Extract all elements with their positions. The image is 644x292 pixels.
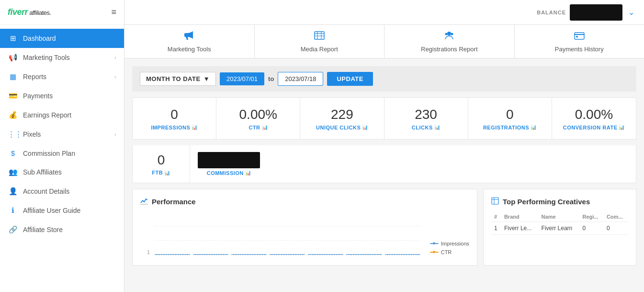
cell-num: 1 xyxy=(491,222,501,234)
svg-point-5 xyxy=(447,32,451,35)
balance-section: BALANCE ⌄ xyxy=(537,4,634,21)
date-filter-bar: MONTH TO DATE ▼ 2023/07/01 to 2023/07/18… xyxy=(132,66,636,92)
tab-label: Payments History xyxy=(555,46,604,53)
svg-rect-12 xyxy=(492,198,498,204)
main-content: BALANCE ⌄ Marketing Tools xyxy=(124,0,644,292)
tab-media-report[interactable]: Media Report xyxy=(255,25,385,58)
bar-chart-icon: 📊 xyxy=(362,125,368,130)
sidebar-item-dashboard[interactable]: ⊞ Dashboard xyxy=(0,29,124,48)
sidebar-item-reports[interactable]: ▦ Reports ‹ xyxy=(0,67,124,86)
sidebar-item-marketing-tools[interactable]: 📢 Marketing Tools ‹ xyxy=(0,48,124,67)
chevron-left-icon: ‹ xyxy=(114,74,116,80)
col-brand: Brand xyxy=(501,212,539,222)
logo-text: fiverr affiliates. xyxy=(8,7,51,17)
cell-name: Fiverr Learn xyxy=(539,222,580,234)
stat-conversion-rate: 0.00% CONVERSION RATE 📊 xyxy=(552,98,636,139)
sidebar-item-affiliate-store[interactable]: 🔗 Affiliate Store xyxy=(0,220,124,239)
sidebar-item-label: Affiliate User Guide xyxy=(23,207,80,214)
sidebar-item-label: Pixels xyxy=(23,130,41,138)
marketing-tools-tab-icon xyxy=(183,30,195,44)
performance-icon xyxy=(140,197,148,206)
pixels-icon: ⋮⋮ xyxy=(8,130,18,139)
sidebar-item-account-details[interactable]: 👤 Account Details xyxy=(0,182,124,201)
ftb-value: 0 xyxy=(140,152,182,168)
content-area: MONTH TO DATE ▼ 2023/07/01 to 2023/07/18… xyxy=(124,58,644,292)
sidebar-item-affiliate-user-guide[interactable]: ℹ Affiliate User Guide xyxy=(0,201,124,220)
sidebar-nav: ⊞ Dashboard 📢 Marketing Tools ‹ ▦ Report… xyxy=(0,25,124,292)
stat-impressions: 0 IMPRESSIONS 📊 xyxy=(133,98,216,139)
reports-icon: ▦ xyxy=(8,72,18,81)
stats-row2: 0 FTB 📊 COMMISSION 📊 xyxy=(132,145,636,183)
sidebar-item-earnings-report[interactable]: 💰 Earnings Report xyxy=(0,105,124,125)
commission-label: COMMISSION 📊 xyxy=(198,170,260,176)
sidebar-item-label: Reports xyxy=(23,73,46,81)
impressions-value: 0 xyxy=(140,106,208,123)
svg-rect-0 xyxy=(315,32,324,39)
sidebar-item-payments[interactable]: 💳 Payments xyxy=(0,86,124,105)
performance-title: Performance xyxy=(140,197,469,206)
creatives-panel: Top Performing Creatives # Brand Name Re… xyxy=(483,189,636,266)
stat-commission: COMMISSION 📊 xyxy=(190,145,268,183)
store-icon: 🔗 xyxy=(8,225,18,234)
period-label: MONTH TO DATE xyxy=(146,75,201,82)
update-button[interactable]: UPDATE xyxy=(327,72,373,86)
sidebar-item-commission-plan[interactable]: $ Commission Plan xyxy=(0,144,124,163)
date-to-input[interactable]: 2023/07/18 xyxy=(278,72,323,86)
cell-brand: Fiverr Le... xyxy=(501,222,539,234)
sidebar-item-pixels[interactable]: ⋮⋮ Pixels ‹ xyxy=(0,125,124,144)
registrations-label: REGISTRATIONS 📊 xyxy=(476,125,544,130)
sidebar-item-label: Payments xyxy=(23,92,53,100)
period-arrow-icon: ▼ xyxy=(203,75,210,82)
tab-registrations-report[interactable]: Registrations Report xyxy=(384,25,515,58)
sidebar-item-label: Earnings Report xyxy=(23,111,71,119)
conversion-label: CONVERSION RATE 📊 xyxy=(560,125,628,130)
unique-clicks-value: 229 xyxy=(308,106,376,123)
registrations-value: 0 xyxy=(476,106,544,123)
cell-com: 0 xyxy=(604,222,628,234)
tab-label: Marketing Tools xyxy=(168,46,211,53)
earnings-icon: 💰 xyxy=(8,111,18,119)
sidebar-item-label: Affiliate Store xyxy=(23,226,63,234)
bar-chart-icon: 📊 xyxy=(245,170,251,175)
svg-rect-8 xyxy=(575,33,584,39)
commission-value xyxy=(198,152,260,168)
clicks-value: 230 xyxy=(392,106,460,123)
sidebar-item-label: Commission Plan xyxy=(23,150,75,157)
date-from-input[interactable]: 2023/07/01 xyxy=(220,72,264,85)
bottom-panels: Performance 1 xyxy=(132,189,636,266)
stat-ctr: 0.00% CTR 📊 xyxy=(216,98,300,139)
bar-chart-icon: 📊 xyxy=(434,125,441,130)
ctr-label: CTR 📊 xyxy=(224,125,292,130)
chevron-left-icon: ‹ xyxy=(114,131,116,137)
hamburger-icon[interactable]: ≡ xyxy=(111,7,116,17)
grid-line xyxy=(155,226,420,226)
conversion-value: 0.00% xyxy=(560,106,628,123)
registrations-tab-icon xyxy=(443,30,455,44)
logo: fiverr affiliates. xyxy=(8,7,51,17)
tab-payments-history[interactable]: Payments History xyxy=(515,25,644,58)
stat-unique-clicks: 229 UNIQUE CLICKS 📊 xyxy=(300,98,384,139)
svg-point-6 xyxy=(445,33,448,35)
bar-chart-icon: 📊 xyxy=(531,125,537,130)
guide-icon: ℹ xyxy=(8,206,18,215)
bar-chart-icon: 📊 xyxy=(164,170,170,175)
account-icon: 👤 xyxy=(8,187,18,196)
cell-regi: 0 xyxy=(579,222,603,234)
sidebar-item-label: Sub Affiliates xyxy=(23,168,62,176)
performance-panel: Performance 1 xyxy=(132,189,477,266)
legend-ctr: CTR xyxy=(430,249,469,255)
bar-chart-icon: 📊 xyxy=(192,125,198,130)
tab-marketing-tools[interactable]: Marketing Tools xyxy=(124,25,255,58)
chart-bars xyxy=(155,254,420,255)
period-dropdown[interactable]: MONTH TO DATE ▼ xyxy=(140,72,216,86)
stat-clicks: 230 CLICKS 📊 xyxy=(384,98,468,139)
marketing-tools-icon: 📢 xyxy=(8,53,18,62)
creatives-icon xyxy=(491,197,499,206)
bar-chart-icon: 📊 xyxy=(262,125,268,130)
sidebar-item-sub-affiliates[interactable]: 👥 Sub Affiliates xyxy=(0,163,124,182)
tab-label: Media Report xyxy=(301,46,338,53)
dropdown-arrow-icon[interactable]: ⌄ xyxy=(628,8,634,17)
clicks-label: CLICKS 📊 xyxy=(392,125,460,130)
table-row: 1 Fiverr Le... Fiverr Learn 0 0 xyxy=(491,222,628,234)
grid-line xyxy=(155,255,420,255)
